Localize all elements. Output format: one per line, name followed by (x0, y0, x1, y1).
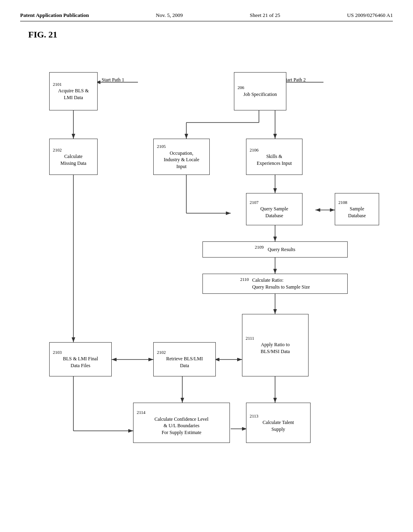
box-206-num: 206 (238, 85, 244, 91)
header-publication: Patent Application Publication (20, 12, 89, 19)
box-2101-num: 2101 (53, 81, 62, 87)
box-2102a: 2102 Calculate Missing Data (49, 139, 98, 175)
box-2109-label: Query Results (268, 246, 295, 253)
box-2105-label: Occupation, Industry & Locale Input (164, 150, 199, 170)
box-2106-num: 2106 (250, 147, 259, 153)
box-2107-num: 2107 (250, 200, 259, 206)
box-2102b-label: Retrieve BLS/LMI Data (166, 355, 203, 369)
box-2108-num: 2108 (338, 200, 347, 206)
start-path1-label: Start Path 1 (102, 77, 124, 83)
box-2103-label: BLS & LMI Final Data Files (63, 355, 98, 369)
header-sheet: Sheet 21 of 25 (250, 12, 280, 19)
box-2105: 2105 Occupation, Industry & Locale Input (153, 139, 210, 175)
box-2102b: 2102 Retrieve BLS/LMI Data (153, 342, 216, 376)
box-2111-label: Apply Ratio to BLS/MSI Data (261, 341, 290, 355)
box-2106: 2106 Skills & Experiences Input (246, 139, 302, 175)
box-2111: 2111 Apply Ratio to BLS/MSI Data (242, 314, 309, 376)
box-2111-num: 2111 (246, 335, 254, 341)
box-206: 206 Job Specification (234, 72, 286, 110)
box-2102b-num: 2102 (157, 349, 166, 355)
box-2108: 2108 Sample Database (335, 193, 379, 225)
box-2103: 2103 BLS & LMI Final Data Files (49, 342, 112, 376)
fig-title: FIG. 21 (28, 29, 393, 40)
box-2102a-num: 2102 (53, 147, 62, 153)
box-2106-label: Skills & Experiences Input (257, 153, 292, 167)
box-2107: 2107 Query Sample Database (246, 193, 302, 225)
box-2114-num: 2114 (137, 409, 146, 416)
page-header: Patent Application Publication Nov. 5, 2… (20, 12, 393, 21)
header-date: Nov. 5, 2009 (156, 12, 183, 19)
box-2113: 2113 Calculate Talent Supply (246, 403, 311, 443)
box-2114-label: Calculate Confidence Level & U/L Boundar… (154, 416, 209, 436)
start-path2-label: Start Path 2 (283, 77, 306, 83)
box-2114: 2114 Calculate Confidence Level & U/L Bo… (133, 403, 230, 443)
box-2113-label: Calculate Talent Supply (263, 419, 294, 433)
box-2109-num: 2109 (255, 244, 264, 250)
box-206-label: Job Specification (244, 91, 277, 98)
header-patent: US 2009/0276460 A1 (347, 12, 393, 19)
box-2105-num: 2105 (157, 143, 166, 150)
box-2101: 2101 Acquire BLS & LMI Data (49, 72, 98, 110)
box-2103-num: 2103 (53, 349, 62, 355)
box-2113-num: 2113 (250, 413, 259, 419)
box-2109: 2109 Query Results (202, 241, 348, 258)
box-2108-label: Sample Database (348, 206, 366, 219)
box-2110-label: Calculate Ratio: Query Results to Sample… (252, 277, 310, 291)
diagram: Start Path 1 Start Path 2 2101 Acquire B… (33, 52, 380, 475)
box-2102a-label: Calculate Missing Data (60, 153, 86, 167)
box-2110-num: 2110 (240, 276, 249, 283)
box-2107-label: Query Sample Database (261, 206, 288, 219)
box-2110: 2110 Calculate Ratio: Query Results to S… (202, 274, 348, 294)
box-2101-label: Acquire BLS & LMI Data (58, 87, 89, 101)
